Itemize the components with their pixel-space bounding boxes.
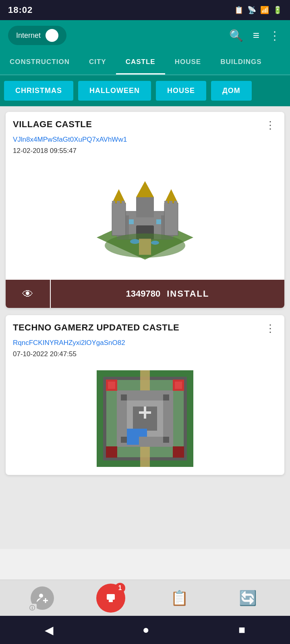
svg-rect-41 xyxy=(140,370,150,390)
toggle-label: Internet xyxy=(16,31,41,40)
clipboard-button[interactable]: 📋 xyxy=(163,582,195,614)
install-count-1: 1349780 xyxy=(126,289,161,299)
card-header-2: TECHNO GAMERZ UPDATED CASTLE ⋮ xyxy=(6,315,284,335)
svg-marker-12 xyxy=(136,181,154,197)
search-icon[interactable]: 🔍 xyxy=(228,27,245,44)
notifications-button[interactable]: 1 xyxy=(95,582,127,614)
svg-rect-15 xyxy=(122,201,125,205)
svg-rect-25 xyxy=(139,239,151,255)
tab-construction[interactable]: CONSTRUCTION xyxy=(0,51,79,74)
card-techno-castle: TECHNO GAMERZ UPDATED CASTLE ⋮ RqncFCKIN… xyxy=(6,315,284,475)
techno-castle-image xyxy=(81,366,209,471)
svg-rect-44 xyxy=(121,437,127,443)
recent-button[interactable]: ■ xyxy=(230,620,253,640)
card-title-2: TECHNO GAMERZ UPDATED CASTLE xyxy=(13,322,179,333)
category-tabs: CONSTRUCTION CITY CASTLE HOUSE BUILDINGS xyxy=(0,51,290,75)
svg-point-48 xyxy=(39,594,43,598)
svg-rect-37 xyxy=(173,446,184,458)
svg-rect-42 xyxy=(121,394,127,400)
bottom-nav: ⓘ 1 📋 🔄 xyxy=(0,580,290,616)
svg-rect-52 xyxy=(109,600,113,602)
svg-rect-5 xyxy=(112,203,126,235)
svg-point-23 xyxy=(130,239,140,244)
preview-button-1[interactable]: 👁 xyxy=(6,280,50,308)
svg-rect-21 xyxy=(156,219,161,224)
tab-buildings[interactable]: BUILDINGS xyxy=(211,51,271,74)
install-label-1: INSTALL xyxy=(167,289,209,299)
svg-point-24 xyxy=(151,241,159,245)
notification-icon: 📋 xyxy=(234,6,243,14)
svg-rect-16 xyxy=(164,201,168,205)
content-area: VILLAGE CASTLE ⋮ VJln8x4MPwSfaGt0XuPQ7xA… xyxy=(0,106,290,549)
chip-house[interactable]: HOUSE xyxy=(156,81,206,101)
status-icons: 📋 📡 📶 🔋 xyxy=(234,6,282,14)
tab-castle[interactable]: CASTLE xyxy=(116,51,165,74)
card-link-2[interactable]: RqncFCKINYRAHZyxi2lOYgaSnO82 xyxy=(6,335,284,349)
add-user-button[interactable]: ⓘ xyxy=(26,582,58,614)
card-image-2 xyxy=(6,362,284,475)
android-nav-bar: ◀ ● ■ xyxy=(0,616,290,644)
card-link-1[interactable]: VJln8x4MPwSfaGt0XuPQ7xAVhWw1 xyxy=(6,132,284,145)
svg-rect-7 xyxy=(164,203,178,235)
home-button[interactable]: ● xyxy=(135,620,157,640)
svg-rect-11 xyxy=(136,197,154,217)
village-castle-image xyxy=(77,167,213,272)
svg-rect-33 xyxy=(127,429,147,437)
chip-dom[interactable]: ДОМ xyxy=(211,81,252,101)
svg-rect-13 xyxy=(112,201,115,205)
svg-rect-39 xyxy=(175,382,182,389)
card-title-1: VILLAGE CASTLE xyxy=(13,119,92,130)
svg-rect-43 xyxy=(163,394,169,400)
app-bar: Internet 🔍 ≡ ⋮ xyxy=(0,20,290,51)
card-header-1: VILLAGE CASTLE ⋮ xyxy=(6,112,284,132)
svg-rect-47 xyxy=(144,407,146,419)
card-village-castle: VILLAGE CASTLE ⋮ VJln8x4MPwSfaGt0XuPQ7xA… xyxy=(6,112,284,308)
refresh-button[interactable]: 🔄 xyxy=(232,582,264,614)
card-image-1 xyxy=(6,159,284,280)
svg-rect-14 xyxy=(117,201,120,205)
svg-rect-20 xyxy=(129,219,134,224)
tab-city[interactable]: CITY xyxy=(79,51,116,74)
chip-halloween[interactable]: HALLOWEEN xyxy=(78,81,151,101)
svg-rect-40 xyxy=(140,447,150,467)
tab-house[interactable]: HOUSE xyxy=(165,51,211,74)
card-menu-1[interactable]: ⋮ xyxy=(263,119,277,132)
battery-icon: 🔋 xyxy=(273,6,282,14)
cast-icon: 📡 xyxy=(247,6,256,14)
svg-rect-51 xyxy=(107,594,115,600)
chip-christmas[interactable]: CHRISTMAS xyxy=(4,81,73,101)
svg-rect-17 xyxy=(169,201,172,205)
status-time: 18:02 xyxy=(8,5,33,15)
card-date-2: 07-10-2022 20:47:55 xyxy=(6,349,284,362)
install-button-1[interactable]: 1349780 INSTALL xyxy=(51,280,284,308)
more-options-icon[interactable]: ⋮ xyxy=(267,27,282,44)
card-date-1: 12-02-2018 09:55:47 xyxy=(6,145,284,159)
chips-container: CHRISTMAS HALLOWEEN HOUSE ДОМ xyxy=(0,75,290,106)
wifi-icon: 📶 xyxy=(260,6,269,14)
svg-rect-18 xyxy=(174,201,177,205)
card-menu-2[interactable]: ⋮ xyxy=(263,322,277,335)
notification-badge: 1 xyxy=(115,583,125,593)
svg-rect-45 xyxy=(163,437,169,443)
svg-rect-36 xyxy=(106,446,117,458)
eye-icon-1: 👁 xyxy=(22,287,33,301)
back-button[interactable]: ◀ xyxy=(37,620,62,640)
filter-icon[interactable]: ≡ xyxy=(251,27,261,43)
svg-rect-38 xyxy=(108,382,115,389)
card-footer-1: 👁 1349780 INSTALL xyxy=(6,280,284,308)
clipboard-icon: 📋 xyxy=(170,590,188,607)
toggle-circle xyxy=(46,29,58,42)
status-bar: 18:02 📋 📡 📶 🔋 xyxy=(0,0,290,20)
refresh-icon: 🔄 xyxy=(239,590,257,607)
internet-toggle[interactable]: Internet xyxy=(8,26,66,45)
